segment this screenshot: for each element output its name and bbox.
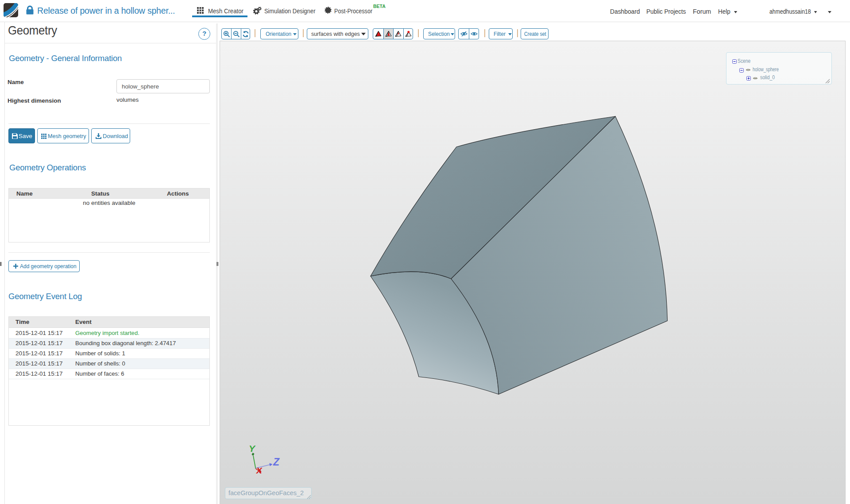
svg-text:X: X xyxy=(256,466,263,475)
svg-text:Z: Z xyxy=(273,456,280,468)
svg-text:Y: Y xyxy=(249,443,256,454)
